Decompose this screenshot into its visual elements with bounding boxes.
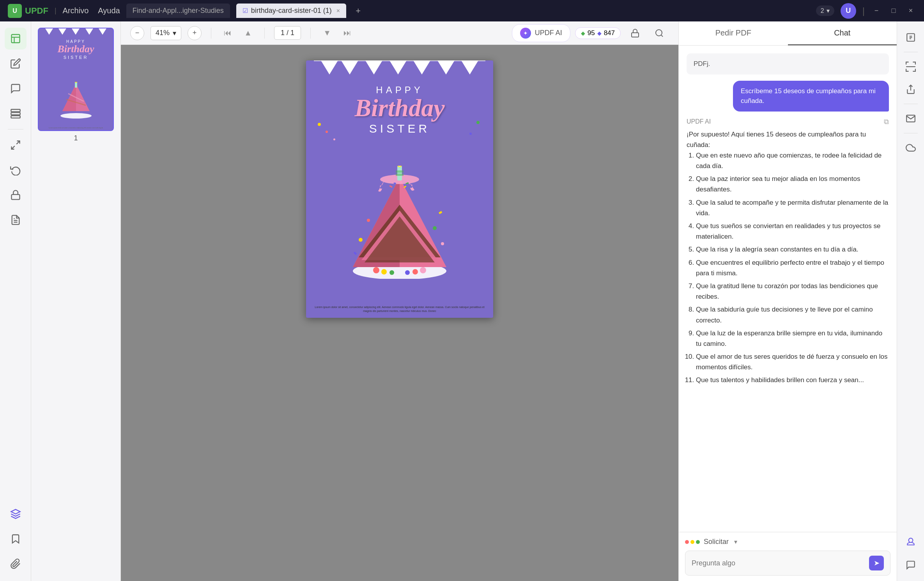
toolbar-separator-1 xyxy=(211,28,211,39)
main-content: HAPPY Birthday SISTER xyxy=(0,21,924,581)
svg-rect-36 xyxy=(396,174,404,176)
wish-item-10: Que el amor de tus seres queridos te dé … xyxy=(696,351,889,372)
tab-birthday-card[interactable]: ☑ birthday-card-sister-01 (1) × xyxy=(236,4,346,18)
system-message: PDFj. xyxy=(687,53,889,74)
mode-chevron-icon: ▾ xyxy=(734,538,737,546)
sidebar-icon-comment[interactable] xyxy=(5,78,27,99)
mail-icon[interactable] xyxy=(901,109,920,128)
sidebar-icon-layers[interactable] xyxy=(5,503,27,525)
svg-rect-48 xyxy=(439,211,442,214)
tab-add-icon[interactable]: + xyxy=(356,6,361,16)
ai-panel: Pedir PDF Chat PDFj. Escríbeme 15 deseos… xyxy=(678,21,897,581)
zoom-in-button[interactable]: + xyxy=(188,26,202,40)
lock-icon[interactable] xyxy=(625,23,645,43)
svg-line-20 xyxy=(661,35,663,36)
ai-bottom-icon[interactable] xyxy=(901,533,920,552)
sidebar-icon-edit[interactable] xyxy=(5,53,27,74)
zoom-chevron-icon: ▾ xyxy=(173,29,176,37)
cloud-icon[interactable] xyxy=(901,138,920,158)
nav-first-button[interactable]: ⏮ xyxy=(221,26,235,40)
tab-find-and-apply[interactable]: Find-and-Appl...igher-Studies xyxy=(126,4,230,18)
svg-rect-47 xyxy=(353,252,357,255)
titlebar-separator: | xyxy=(55,7,57,15)
confetti-5 xyxy=(333,138,335,140)
nav-last-button[interactable]: ⏭ xyxy=(340,26,354,40)
ai-input-box: ➤ xyxy=(685,551,890,576)
user-avatar[interactable]: U xyxy=(841,3,856,19)
svg-rect-35 xyxy=(396,170,404,173)
separator-line: | xyxy=(862,5,865,16)
ai-input-field[interactable] xyxy=(692,559,865,567)
menu-ayuda[interactable]: Ayuda xyxy=(98,6,120,15)
svg-point-30 xyxy=(389,270,394,275)
maximize-button[interactable]: □ xyxy=(888,5,899,16)
svg-line-7 xyxy=(11,146,14,149)
wish-item-8: Que la sabiduría guíe tus decisiones y t… xyxy=(696,304,889,325)
copy-icon[interactable]: ⧉ xyxy=(884,118,889,126)
share-icon[interactable] xyxy=(901,80,920,99)
wish-item-9: Que la luz de la esperanza brille siempr… xyxy=(696,328,889,349)
sidebar-icon-bookmark[interactable] xyxy=(5,528,27,550)
bunting-decorations xyxy=(306,60,493,80)
zoom-out-button[interactable]: − xyxy=(130,26,144,40)
app-logo: U UPDF xyxy=(8,4,48,18)
pdf-page: HAPPY Birthday SISTER xyxy=(306,60,493,318)
nav-prev-button[interactable]: ▲ xyxy=(241,26,255,40)
minimize-button[interactable]: − xyxy=(871,5,882,16)
svg-point-43 xyxy=(359,238,363,242)
sidebar-icon-protect[interactable] xyxy=(5,184,27,206)
scan-icon[interactable] xyxy=(901,57,920,76)
svg-marker-11 xyxy=(11,509,20,514)
sidebar-icon-form[interactable] xyxy=(5,209,27,231)
tab-inactive-label: Find-and-Appl...igher-Studies xyxy=(133,7,224,15)
ai-message: ¡Por supuesto! Aquí tienes 15 deseos de … xyxy=(687,129,889,386)
mode-dot-red xyxy=(685,540,689,544)
toolbar-separator-2 xyxy=(264,28,265,39)
svg-rect-39 xyxy=(389,185,393,188)
mode-dot-yellow xyxy=(690,540,694,544)
tab-chat[interactable]: Chat xyxy=(788,21,897,45)
far-right-divider-1 xyxy=(904,52,918,52)
thumbnail-panel: HAPPY Birthday SISTER xyxy=(31,21,121,581)
green-credits-icon: ◆ xyxy=(581,30,585,36)
send-icon: ➤ xyxy=(874,559,880,567)
ai-messages: PDFj. Escríbeme 15 deseos de cumpleaños … xyxy=(679,46,897,532)
titlebar-right: 2 ▾ U | − □ × xyxy=(816,3,916,19)
zoom-value-selector[interactable]: 41% ▾ xyxy=(150,26,181,40)
titlebar: U UPDF | Archivo Ayuda Find-and-Appl...i… xyxy=(0,0,924,21)
wish-item-4: Que tus sueños se conviertan en realidad… xyxy=(696,221,889,242)
send-button[interactable]: ➤ xyxy=(869,556,884,570)
search-icon[interactable] xyxy=(650,23,669,43)
ocr-icon[interactable] xyxy=(901,28,920,47)
green-credits-value: 95 xyxy=(588,29,595,37)
ai-btn-label: UPDF AI xyxy=(535,29,562,37)
user-message: Escríbeme 15 deseos de cumpleaños para m… xyxy=(733,81,889,112)
page-indicator: 1 / 1 xyxy=(274,26,301,40)
chat-bottom-icon[interactable] xyxy=(901,555,920,575)
confetti-2 xyxy=(326,131,328,133)
sidebar-icon-organize[interactable] xyxy=(5,103,27,124)
svg-point-46 xyxy=(441,242,444,245)
wish-item-6: Que encuentres el equilibrio perfecto en… xyxy=(696,257,889,278)
wish-item-3: Que la salud te acompañe y te permita di… xyxy=(696,197,889,218)
confetti-3 xyxy=(476,121,480,124)
tab-ask-pdf[interactable]: Pedir PDF xyxy=(679,21,788,45)
mode-selector[interactable]: Solicitar ▾ xyxy=(685,538,890,546)
nav-next-button[interactable]: ▼ xyxy=(320,26,334,40)
thumbnail-card-1[interactable]: HAPPY Birthday SISTER xyxy=(38,28,114,131)
svg-rect-4 xyxy=(11,113,20,115)
sidebar-icon-merge[interactable] xyxy=(5,134,27,156)
sidebar-icon-reader[interactable] xyxy=(5,28,27,50)
svg-rect-3 xyxy=(11,110,20,112)
badge-number: 2 ▾ xyxy=(816,5,834,16)
ai-input-area: Solicitar ▾ ➤ xyxy=(679,532,897,581)
updf-ai-button[interactable]: ✦ UPDF AI xyxy=(512,24,570,42)
sidebar-icon-convert[interactable] xyxy=(5,159,27,181)
tab-close-icon[interactable]: × xyxy=(336,7,340,14)
sidebar-icon-attachment[interactable] xyxy=(5,553,27,575)
thumbnail-item-1[interactable]: HAPPY Birthday SISTER xyxy=(37,28,114,142)
svg-point-19 xyxy=(656,30,662,36)
close-button[interactable]: × xyxy=(905,5,916,16)
cake-illustration xyxy=(345,166,454,279)
menu-archivo[interactable]: Archivo xyxy=(63,6,89,15)
